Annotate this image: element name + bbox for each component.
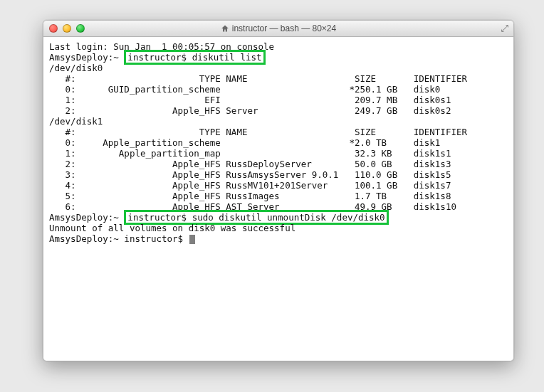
column-header: #: TYPE NAME SIZE IDENTIFIER	[49, 127, 467, 137]
window-traffic-lights	[43, 24, 85, 33]
table-row: 1: Apple_partition_map 32.3 KB disk1s1	[49, 148, 451, 159]
terminal-content[interactable]: Last login: Sun Jan 1 00:05:57 on consol…	[43, 37, 513, 361]
disk0-header: /dev/disk0	[49, 63, 103, 73]
terminal-window: instructor — bash — 80×24 Last login: Su…	[43, 20, 514, 361]
close-icon[interactable]	[49, 24, 58, 33]
table-row: 3: Apple_HFS RussAmsysServer 9.0.1 110.0…	[49, 169, 451, 180]
table-row: 2: Apple_HFS RussDeployServer 50.0 GB di…	[49, 159, 451, 169]
table-row: 1: EFI 209.7 MB disk0s1	[49, 95, 451, 105]
unmount-result: Unmount of all volumes on disk0 was succ…	[49, 223, 295, 233]
table-row: 2: Apple_HFS Server 249.7 GB disk0s2	[49, 105, 451, 116]
column-header: #: TYPE NAME SIZE IDENTIFIER	[49, 73, 467, 84]
disk1-header: /dev/disk1	[49, 116, 103, 127]
table-row: 0: Apple_partition_scheme *2.0 TB disk1	[49, 137, 440, 148]
prompt-final: AmsysDeploy:~ instructor$	[49, 233, 189, 244]
home-icon	[221, 24, 229, 33]
prompt-host: AmsysDeploy:~	[49, 52, 124, 63]
table-row: 0: GUID_partition_scheme *250.1 GB disk0	[49, 84, 440, 95]
window-titlebar[interactable]: instructor — bash — 80×24	[43, 21, 513, 37]
minimize-icon[interactable]	[63, 24, 71, 33]
fullscreen-icon[interactable]	[501, 24, 509, 33]
table-row: 4: Apple_HFS RussMV101+201Server 100.1 G…	[49, 180, 451, 191]
table-row: 5: Apple_HFS RussImages 1.7 TB disk1s8	[49, 191, 451, 201]
prompt-host: AmsysDeploy:~	[49, 212, 124, 223]
window-title: instructor — bash — 80×24	[232, 23, 336, 33]
highlight-cmd-1: instructor$ diskutil list	[124, 50, 265, 65]
zoom-icon[interactable]	[76, 24, 85, 33]
cursor-icon	[189, 235, 195, 244]
